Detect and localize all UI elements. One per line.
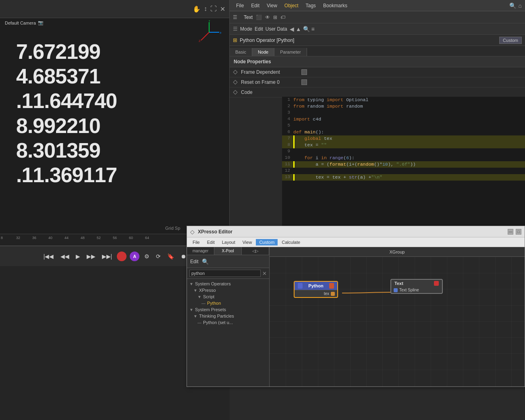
move-icon[interactable]: ✋ (193, 5, 201, 13)
custom-button[interactable]: Custom (499, 37, 522, 44)
text-node-label: Text (394, 281, 403, 286)
maximize-button[interactable]: □ (516, 229, 521, 235)
tick-64: 64 (145, 236, 149, 240)
tree-thinking-particles[interactable]: ▼ Thinking Particles (187, 313, 269, 319)
xpresso-editor-window: ◇ XPresso Editor — □ File Edit Layout Vi… (187, 226, 525, 387)
xp-calculate-menu[interactable]: Calculate (278, 239, 303, 245)
bookmark-button[interactable]: 🔖 (166, 252, 176, 261)
play-button[interactable]: ▶ (74, 252, 82, 261)
tab-basic[interactable]: Basic (230, 48, 252, 56)
layer-icon[interactable]: ⬛ (256, 15, 262, 20)
text-node[interactable]: Text Text Spline (390, 279, 443, 294)
tex-out-port[interactable] (331, 292, 335, 296)
vis-icon[interactable]: 👁 (265, 15, 270, 20)
frame-dep-diamond (233, 70, 237, 74)
auto-button[interactable]: A (130, 252, 139, 261)
nav-up[interactable]: ▲ (296, 26, 301, 32)
fullscreen-icon[interactable]: ⛶ (210, 5, 217, 12)
menu-icon[interactable]: ☰ (233, 15, 237, 20)
expand-icon-3: ▼ (197, 295, 201, 299)
xp-search-clear[interactable]: ✕ (262, 270, 267, 277)
edit-label: Edit (255, 26, 263, 32)
tree-xpresso[interactable]: ▼ XPresso (187, 287, 269, 293)
view-menu[interactable]: View (264, 2, 280, 9)
tree-system-operators[interactable]: ▼ System Operators (187, 281, 269, 287)
xp-tab-xpool[interactable]: X-Pool (214, 247, 242, 255)
edit-menu[interactable]: Edit (248, 2, 263, 9)
number-4: 8.992210 (16, 114, 117, 137)
attr-subbar: ☰ Mode Edit User Data ◀ ▲ 🔍 ≡ (230, 23, 525, 35)
expand-icon-5: ▼ (189, 308, 193, 312)
home-icon[interactable]: ⌂ (519, 2, 522, 9)
tab-node[interactable]: Node (252, 48, 274, 56)
play-forward-button[interactable]: ▶▶ (85, 252, 97, 261)
python-node-right-color (329, 283, 334, 289)
viewport: ✋ ↕ ⛶ ✕ Default Camera 📷 X Y Z 7.672199 … (0, 0, 230, 234)
xpresso-title: XPresso Editor (198, 229, 232, 235)
code-editor[interactable]: 1 from typing import Optional 2 from ran… (282, 97, 525, 230)
xgroup-canvas[interactable]: Python tex Text Te (270, 257, 525, 387)
camera-label: Default Camera 📷 (5, 20, 44, 25)
expand-icon-4: — (201, 301, 205, 306)
search-icon[interactable]: 🔍 (509, 2, 516, 9)
code-line-11: 11 a = (format(i+(random()*10), ".6f")) (282, 161, 525, 168)
bookmarks-menu[interactable]: Bookmarks (320, 2, 351, 9)
xpresso-edit-row: Edit 🔍 (187, 255, 269, 268)
xp-search-input[interactable] (189, 270, 261, 277)
svg-text:X: X (220, 31, 221, 35)
object-menu[interactable]: Object (281, 2, 302, 9)
tick-56: 56 (113, 236, 117, 240)
xp-view-menu[interactable]: View (239, 239, 255, 245)
arrow-icon[interactable]: ↕ (204, 5, 207, 12)
nav-back[interactable]: ◀ (290, 26, 294, 32)
section-header: Node Properties (230, 56, 525, 67)
xpresso-canvas[interactable]: XGroup Python tex (270, 247, 525, 387)
frame-dep-checkbox[interactable] (301, 69, 307, 75)
nav-more[interactable]: ≡ (311, 26, 315, 32)
close-viewport-icon[interactable]: ✕ (220, 5, 225, 13)
xp-file-menu[interactable]: File (189, 239, 203, 245)
record-button[interactable] (117, 252, 127, 261)
tick-32: 32 (16, 236, 20, 240)
xp-layout-menu[interactable]: Layout (219, 239, 239, 245)
attr-nav: ◀ ▲ 🔍 ≡ (290, 26, 315, 32)
nav-search[interactable]: 🔍 (303, 26, 310, 32)
xp-search-icon[interactable]: 🔍 (202, 258, 209, 265)
tab-parameter[interactable]: Parameter (274, 48, 307, 56)
loop-button[interactable]: ⟳ (154, 252, 162, 261)
reset-frame-label: Reset on Frame 0 (241, 79, 297, 85)
xp-edit-menu[interactable]: Edit (204, 239, 218, 245)
go-end-button[interactable]: ▶▶| (100, 252, 114, 261)
hamburger-icon[interactable]: ☰ (233, 26, 238, 32)
python-node-port: tex (295, 290, 337, 297)
code-line-6: 6 def main(): (282, 129, 525, 135)
tree-script[interactable]: ▼ Script (187, 293, 269, 300)
grid-sp-label: Grid Sp (165, 226, 180, 231)
xp-tab-manager[interactable]: manager (187, 247, 214, 255)
tree-system-presets[interactable]: ▼ System Presets (187, 306, 269, 313)
code-line-12: 12 (282, 168, 525, 174)
python-node[interactable]: Python tex (294, 281, 338, 298)
xp-tab-arrow[interactable]: ◁▷ (242, 247, 269, 255)
code-line-4: 4 import c4d (282, 116, 525, 123)
xpresso-window-buttons: — □ (508, 229, 521, 235)
play-back-button[interactable]: ◀◀ (59, 252, 71, 261)
tree-python-set[interactable]: — Python (set u... (187, 319, 269, 326)
tree-python[interactable]: — Python (187, 300, 269, 306)
go-start-button[interactable]: |◀◀ (42, 252, 56, 261)
tag-icon[interactable]: 🏷 (280, 15, 285, 20)
text-spline-in-port[interactable] (394, 288, 398, 292)
text-node-right-port[interactable] (434, 281, 439, 286)
menu-search: 🔍 ⌂ (509, 2, 522, 9)
tags-menu[interactable]: Tags (303, 2, 319, 9)
reset-frame-checkbox[interactable] (301, 79, 307, 85)
xp-custom-menu[interactable]: Custom (256, 239, 278, 245)
node-icon[interactable]: ⊞ (273, 15, 277, 20)
python-op-title: Python Operator [Python] (240, 37, 294, 43)
settings-button[interactable]: ⚙ (143, 252, 151, 261)
mode-label: Mode (240, 26, 252, 32)
minimize-button[interactable]: — (508, 229, 513, 235)
tick-8: 8 (1, 236, 3, 240)
file-menu[interactable]: File (233, 2, 247, 9)
text-label: Text (244, 15, 253, 20)
